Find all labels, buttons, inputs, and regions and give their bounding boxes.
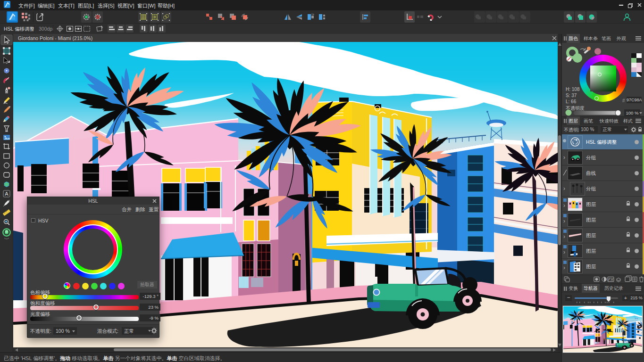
svg-text:A: A [5, 191, 8, 197]
svg-text:FX: FX [608, 277, 613, 282]
